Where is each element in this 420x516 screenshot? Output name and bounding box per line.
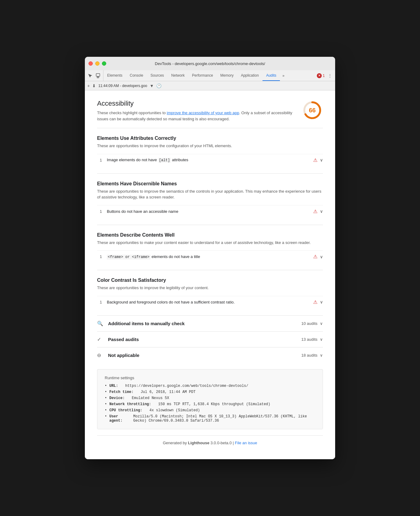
audit-text: Background and foreground colors do not … bbox=[107, 300, 308, 304]
svg-rect-0 bbox=[96, 74, 100, 76]
category-desc-1: These are opportunities to improve the c… bbox=[97, 143, 323, 149]
svg-rect-1 bbox=[97, 77, 99, 78]
add-icon[interactable]: + bbox=[87, 83, 90, 88]
audit-num: 1 bbox=[97, 209, 102, 214]
runtime-settings: Runtime settings URL: https://developers… bbox=[97, 369, 323, 429]
warning-icon: ⚠ bbox=[313, 299, 317, 305]
collapsible-title: Additional items to manually check bbox=[108, 321, 296, 326]
audit-text: Buttons do not have an accessible name bbox=[107, 209, 308, 214]
audit-text: <frame> or <iframe> elements do not have… bbox=[107, 254, 308, 259]
tab-network[interactable]: Network bbox=[168, 70, 188, 81]
window-title: DevTools - developers.google.com/web/too… bbox=[155, 61, 265, 66]
close-button[interactable] bbox=[89, 61, 93, 66]
category-elements-names: Elements Have Discernible Names These ar… bbox=[97, 173, 323, 217]
svg-rect-2 bbox=[98, 76, 98, 77]
error-icon: ✕ bbox=[317, 73, 322, 78]
category-title-2: Elements Have Discernible Names bbox=[97, 181, 323, 187]
score-number: 66 bbox=[309, 107, 316, 114]
collapsible-right: 10 audits ∨ bbox=[301, 321, 323, 326]
collapsible-title: Not applicable bbox=[108, 353, 296, 358]
collapsible-additional-items[interactable]: 🔍 Additional items to manually check 10 … bbox=[97, 315, 323, 331]
titlebar: DevTools - developers.google.com/web/too… bbox=[85, 57, 335, 70]
runtime-item-network: Network throttling: 150 ms TCP RTT, 1,63… bbox=[105, 402, 315, 406]
runtime-item-useragent: User agent: Mozilla/5.0 (Macintosh; Inte… bbox=[105, 414, 315, 423]
checkmark-icon: ✓ bbox=[97, 336, 103, 342]
section-header: Accessibility These checks highlight opp… bbox=[97, 100, 323, 122]
chevron-down-icon[interactable]: ∨ bbox=[320, 300, 323, 304]
traffic-lights bbox=[89, 61, 106, 66]
tab-audits[interactable]: Audits bbox=[262, 70, 280, 81]
toolbar-right: ✕ 1 ⋮ bbox=[314, 73, 335, 78]
minimize-button[interactable] bbox=[95, 61, 100, 66]
search-icon: 🔍 bbox=[97, 321, 103, 326]
category-elements-attributes: Elements Use Attributes Correctly These … bbox=[97, 128, 323, 166]
device-toolbar-icon[interactable] bbox=[95, 73, 101, 78]
tabs-bar: Elements Console Sources Network Perform… bbox=[103, 70, 314, 81]
audit-item[interactable]: 1 Image elements do not have [alt] attri… bbox=[97, 154, 323, 166]
section-description: These checks highlight opportunities to … bbox=[97, 110, 302, 122]
download-icon[interactable]: ⬇ bbox=[92, 83, 96, 88]
tab-elements[interactable]: Elements bbox=[103, 70, 126, 81]
collapsible-title: Passed audits bbox=[108, 337, 296, 342]
chevron-down-icon[interactable]: ∨ bbox=[320, 158, 323, 162]
section-info: Accessibility These checks highlight opp… bbox=[97, 100, 302, 122]
score-circle: 66 bbox=[302, 100, 323, 121]
collapsible-not-applicable[interactable]: ⊖ Not applicable 18 audits ∨ bbox=[97, 347, 323, 363]
audit-right: ⚠ ∨ bbox=[313, 299, 323, 305]
toolbar-icons-group bbox=[85, 70, 103, 81]
tab-application[interactable]: Application bbox=[237, 70, 262, 81]
category-desc-4: These are opportunities to improve the l… bbox=[97, 285, 323, 291]
main-content: Accessibility These checks highlight opp… bbox=[85, 90, 335, 459]
warning-icon: ⚠ bbox=[313, 209, 317, 214]
audit-right: ⚠ ∨ bbox=[313, 157, 323, 163]
tab-console[interactable]: Console bbox=[126, 70, 147, 81]
collapsible-right: 18 audits ∨ bbox=[301, 353, 323, 358]
tab-memory[interactable]: Memory bbox=[217, 70, 237, 81]
category-elements-contents: Elements Describe Contents Well These ar… bbox=[97, 225, 323, 263]
category-title-4: Color Contrast Is Satisfactory bbox=[97, 278, 323, 283]
error-badge[interactable]: ✕ 1 bbox=[317, 73, 325, 78]
audit-num: 1 bbox=[97, 158, 102, 162]
chevron-down-icon: ∨ bbox=[320, 337, 323, 342]
minus-circle-icon: ⊖ bbox=[97, 352, 103, 358]
audit-item[interactable]: 1 Buttons do not have an accessible name… bbox=[97, 205, 323, 217]
category-title-3: Elements Describe Contents Well bbox=[97, 232, 323, 238]
audit-item[interactable]: 1 Background and foreground colors do no… bbox=[97, 296, 323, 308]
chevron-down-icon: ∨ bbox=[320, 353, 323, 358]
clock-icon[interactable]: 🕐 bbox=[156, 83, 161, 88]
runtime-item-cpu: CPU throttling: 4x slowdown (Simulated) bbox=[105, 408, 315, 412]
timestamp-text: 11:44:09 AM - developers.goo bbox=[98, 84, 147, 88]
collapsible-passed-audits[interactable]: ✓ Passed audits 13 audits ∨ bbox=[97, 331, 323, 347]
audit-num: 1 bbox=[97, 254, 102, 259]
chevron-down-icon[interactable]: ∨ bbox=[320, 209, 323, 214]
chevron-down-icon[interactable]: ∨ bbox=[320, 254, 323, 259]
dropdown-icon[interactable]: ▼ bbox=[150, 83, 154, 88]
more-options-icon[interactable]: ⋮ bbox=[327, 73, 333, 78]
category-color-contrast: Color Contrast Is Satisfactory These are… bbox=[97, 270, 323, 308]
file-issue-link[interactable]: File an issue bbox=[235, 441, 257, 445]
runtime-settings-title: Runtime settings bbox=[105, 376, 315, 380]
collapsible-right: 13 audits ∨ bbox=[301, 337, 323, 342]
footer: Generated by Lighthouse 3.0.0-beta.0 | F… bbox=[97, 435, 323, 450]
category-desc-3: These are opportunities to make your con… bbox=[97, 240, 323, 246]
audit-num: 1 bbox=[97, 300, 102, 304]
audit-right: ⚠ ∨ bbox=[313, 254, 323, 260]
browser-window: DevTools - developers.google.com/web/too… bbox=[85, 57, 335, 459]
devtools-toolbar: Elements Console Sources Network Perform… bbox=[85, 70, 335, 81]
tab-more-button[interactable]: » bbox=[280, 70, 287, 81]
section-title: Accessibility bbox=[97, 100, 302, 107]
maximize-button[interactable] bbox=[102, 61, 106, 66]
warning-icon: ⚠ bbox=[313, 254, 317, 260]
runtime-item-fetch: Fetch time: Jul 6, 2018, 11:44 AM PDT bbox=[105, 390, 315, 394]
category-desc-2: These are opportunities to improve the s… bbox=[97, 188, 323, 200]
inspect-icon[interactable] bbox=[87, 73, 93, 78]
runtime-list: URL: https://developers.google.com/web/t… bbox=[105, 384, 315, 423]
tab-performance[interactable]: Performance bbox=[188, 70, 217, 81]
category-title-1: Elements Use Attributes Correctly bbox=[97, 136, 323, 141]
audit-item[interactable]: 1 <frame> or <iframe> elements do not ha… bbox=[97, 250, 323, 263]
runtime-item-url: URL: https://developers.google.com/web/t… bbox=[105, 384, 315, 388]
accessibility-link[interactable]: improve the accessibility of your web ap… bbox=[167, 111, 239, 115]
runtime-item-device: Device: Emulated Nexus 5X bbox=[105, 396, 315, 400]
tab-sources[interactable]: Sources bbox=[147, 70, 168, 81]
chevron-down-icon: ∨ bbox=[320, 321, 323, 326]
